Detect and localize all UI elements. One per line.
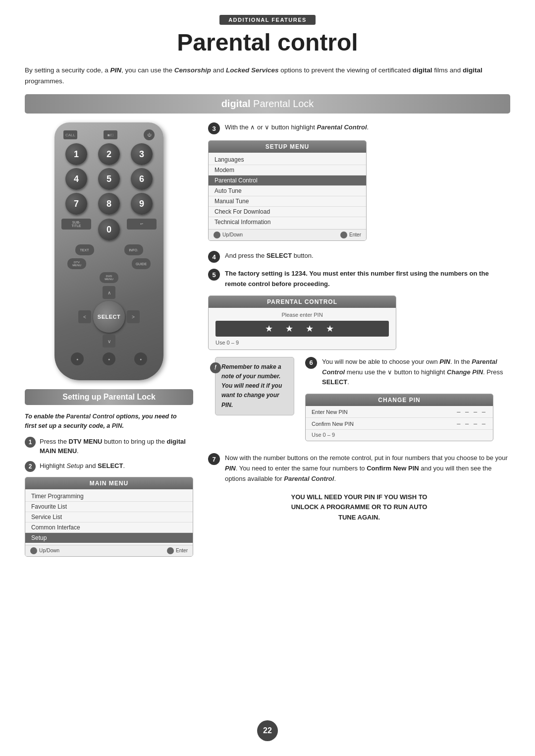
setup-footer-right: Enter <box>340 232 361 238</box>
step-2-circle: 2 <box>25 461 36 472</box>
pin-stars: ★ ★ ★ ★ <box>215 321 389 337</box>
main-menu-footer-left: Up/Down <box>30 547 59 554</box>
intro-locked: Locked Services <box>226 66 279 74</box>
remote-call-icon: CALL <box>63 130 77 139</box>
main-menu-items: Timer Programming Favourite List Service… <box>25 489 193 545</box>
menu-item-setup: Setup <box>25 533 193 543</box>
intro-text1: By setting a security code, a <box>25 66 110 74</box>
intro-text4: options to prevent the viewing of certif… <box>279 66 413 74</box>
step-1-text: Press the DTV MENU button to bring up th… <box>40 437 193 456</box>
step-7-circle: 7 <box>208 453 220 465</box>
change-pin-box: Change PIN Enter New PIN – – – – Confirm… <box>305 394 493 441</box>
main-menu-footer: Up/Down Enter <box>25 545 193 556</box>
remote-row-btns: TEXT INFO. <box>61 244 157 255</box>
bottom-note-line1: YOU WILL NEED YOUR PIN IF YOU WISH TO <box>208 492 510 503</box>
step-5-row: 5 The factory setting is 1234. You must … <box>208 269 510 290</box>
remote-btn-b: ● <box>103 352 115 365</box>
remote-top-icons: CALL ■/□ ⏻ <box>61 129 157 140</box>
remote-nav-up: ∧ <box>103 286 115 299</box>
change-pin-note: Use 0 – 9 <box>306 430 493 441</box>
setting-up-banner: Setting up Parental Lock <box>25 389 193 405</box>
setup-item-parental: Parental Control <box>209 175 366 186</box>
remote-btn-4: 4 <box>65 168 87 190</box>
pin-note: Use 0 – 9 <box>215 340 389 346</box>
step-6-text: You will now be able to choose your own … <box>322 357 510 388</box>
step-4-circle: 4 <box>208 251 220 263</box>
intro-digital1: digital <box>413 66 432 74</box>
remote-btn-8: 8 <box>98 193 120 215</box>
remote-nav-down: ∨ <box>103 335 115 348</box>
remote-select-btn: SELECT <box>93 301 125 333</box>
parental-lock-text: Parental Lock <box>253 98 314 109</box>
remote-btn-7: 7 <box>65 193 87 215</box>
remote-btn-3: 3 <box>131 143 153 165</box>
change-pin-header: Change PIN <box>306 394 493 406</box>
remote-nav-right: > <box>127 310 140 323</box>
intro-text5: films and <box>432 66 463 74</box>
step-7-text: Now with the number buttons on the remot… <box>225 453 510 484</box>
step-3-parental: Parental Control <box>317 123 367 131</box>
remember-wrapper: ! Remember to make a note of your number… <box>208 357 297 415</box>
pin-label: Please enter PIN <box>215 312 389 318</box>
setup-item-technical: Technical Information <box>209 217 366 227</box>
step-4-row: 4 And press the SELECT button. <box>208 251 510 263</box>
bottom-note-line2: UNLOCK A PROGRAMME OR TO RUN AUTO <box>208 502 510 513</box>
header: Additional Features Parental control <box>25 15 510 56</box>
step-4-text: And press the SELECT button. <box>225 251 314 261</box>
remote-info-btn: INFO. <box>124 244 143 255</box>
page: Additional Features Parental control By … <box>0 0 535 756</box>
steps-intro-parental: Parental Control <box>66 413 114 420</box>
steps-intro-pin: PIN <box>112 422 122 429</box>
change-pin-confirm-dashes: – – – – <box>457 420 487 427</box>
digital-word: digital <box>221 98 251 109</box>
remote-control: CALL ■/□ ⏻ 1 2 3 4 5 6 7 8 9 SUB-TITLE <box>54 122 163 380</box>
steps-intro: To enable the Parental Control options, … <box>25 412 193 431</box>
remote-num-grid: 1 2 3 4 5 6 7 8 9 <box>61 143 157 215</box>
remote-dvd-row: DVDMENU <box>61 272 157 283</box>
remember-box: ! Remember to make a note of your number… <box>215 357 294 415</box>
remember-text: Remember to make a note of your number. … <box>221 363 282 408</box>
step-3-wrapper: 3 With the ∧ or ∨ button highlight Paren… <box>208 122 510 246</box>
step-1-circle: 1 <box>25 437 36 448</box>
setup-item-manualtune: Manual Tune <box>209 196 366 207</box>
remote-dtv-btn: DTVMENU <box>67 258 86 269</box>
setup-footer-left: Up/Down <box>214 232 243 238</box>
right-column: 3 With the ∧ or ∨ button highlight Paren… <box>208 122 510 562</box>
main-layout: CALL ■/□ ⏻ 1 2 3 4 5 6 7 8 9 SUB-TITLE <box>25 122 510 562</box>
change-pin-confirm-row: Confirm New PIN – – – – <box>306 418 493 430</box>
parental-control-pin-header: Parental Control <box>209 296 396 308</box>
setup-menu-box: Setup Menu Languages Modem Parental Cont… <box>208 140 367 241</box>
intro-text2: , you can use the <box>121 66 174 74</box>
additional-features-badge: Additional Features <box>219 15 316 25</box>
menu-item-timer: Timer Programming <box>25 491 193 502</box>
setup-menu-footer: Up/Down Enter <box>209 229 366 240</box>
remote-mode-icon: ■/□ <box>104 130 117 139</box>
remote-btn-9: 9 <box>131 193 153 215</box>
step-6-circle: 6 <box>305 357 317 369</box>
step-6-content: 6 You will now be able to choose your ow… <box>305 357 510 448</box>
remote-btn-2: 2 <box>98 143 120 165</box>
intro-pin: PIN <box>110 66 122 74</box>
setup-item-autotune: Auto Tune <box>209 186 366 196</box>
bottom-note-line3: TUNE AGAIN. <box>208 513 510 523</box>
main-menu-box: Main Menu Timer Programming Favourite Li… <box>25 477 193 557</box>
step-3-content: 3 With the ∧ or ∨ button highlight Paren… <box>208 122 510 246</box>
remote-btn-a: ● <box>71 352 84 365</box>
exclamation-icon: ! <box>210 362 221 373</box>
step-6-wrapper: ! Remember to make a note of your number… <box>208 357 510 448</box>
remote-btn-0: 0 <box>98 219 120 240</box>
setup-menu-header: Setup Menu <box>209 141 366 153</box>
step-2-text: Highlight Setup and SELECT. <box>40 461 125 471</box>
remote-return-btn: ↩ <box>127 219 157 230</box>
change-pin-enter-dashes: – – – – <box>457 408 487 415</box>
remote-nav-area: ∧ < SELECT > ∨ <box>61 286 157 348</box>
remote-btn-1: 1 <box>65 143 87 165</box>
remote-guide-btn: GUIDE <box>132 258 151 269</box>
setup-item-languages: Languages <box>209 155 366 165</box>
remote-dvd-btn: DVDMENU <box>100 272 118 283</box>
remote-btn-c: ● <box>134 352 147 365</box>
main-menu-footer-right: Enter <box>167 547 188 554</box>
menu-item-service: Service List <box>25 512 193 523</box>
page-number: 22 <box>257 720 278 741</box>
remote-power-icon: ⏻ <box>144 129 155 140</box>
